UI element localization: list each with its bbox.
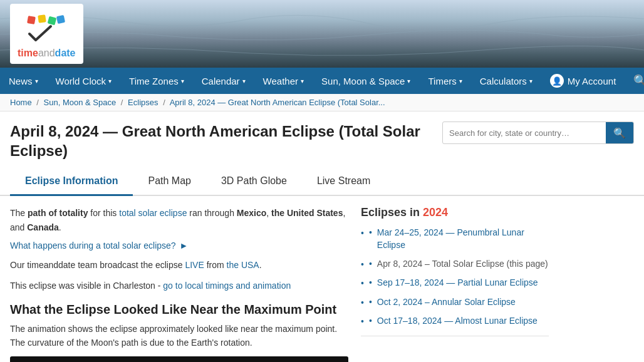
time-zones-chevron-icon: ▾ [181,78,184,85]
breadcrumb-sep-2: / [121,98,123,107]
calendar-chevron-icon: ▾ [242,78,246,85]
svg-rect-3 [56,14,65,23]
intro-paragraph: The path of totality for this total sola… [10,206,348,234]
breadcrumb-sun-moon[interactable]: Sun, Moon & Space [44,98,117,107]
calculators-chevron-icon: ▾ [529,78,532,85]
nav-item-time-zones[interactable]: Time Zones ▾ [120,70,193,93]
list-item: • Sep 17–18, 2024 — Partial Lunar Eclips… [361,277,549,290]
timers-chevron-icon: ▾ [459,78,462,85]
what-happens-label: What happens during a total solar eclips… [10,240,176,251]
svg-rect-0 [27,16,36,24]
broadcast-paragraph: Our timeanddate team broadcast the eclip… [10,258,348,272]
breadcrumb-sep-3: / [163,98,165,107]
search-icon: 🔍 [633,74,644,88]
city-search-input[interactable] [443,125,606,142]
eclipse-link-1[interactable]: Mar 24–25, 2024 — Penumbral Lunar Eclips… [377,227,549,251]
account-icon: 👤 [550,74,564,88]
usa-bold: the United States [271,208,343,218]
list-item: • Apr 8, 2024 – Total Solar Eclipse (thi… [361,258,549,271]
eclipse-animation [10,356,348,362]
tab-3d-path-globe[interactable]: 3D Path Globe [206,168,302,196]
news-chevron-icon: ▾ [35,78,38,85]
total-solar-eclipse-link[interactable]: total solar eclipse [119,208,187,218]
nav-search-button[interactable]: 🔍 [625,68,644,94]
section-title: What the Eclipse Looked Like Near the Ma… [10,303,348,317]
bullet-icon: • [369,227,372,239]
world-clock-chevron-icon: ▾ [108,78,112,85]
content-right: Eclipses in 2024 • Mar 24–25, 2024 — Pen… [361,206,549,362]
city-search-button[interactable]: 🔍 [606,122,633,143]
section-description: The animation shows the eclipse approxim… [10,322,348,350]
nav-item-calculators[interactable]: Calculators ▾ [471,70,541,93]
what-happens-link[interactable]: What happens during a total solar eclips… [10,240,348,251]
logo[interactable]: timeanddate [10,4,83,64]
nav-item-sun-moon-space[interactable]: Sun, Moon & Space ▾ [313,70,419,93]
main-content: The path of totality for this total sola… [0,196,644,362]
main-nav: News ▾ World Clock ▾ Time Zones ▾ Calend… [0,68,644,94]
page-title: April 8, 2024 — Great North American Ecl… [10,122,436,160]
canada-bold: Canada [27,222,59,232]
mexico-bold: Mexico [237,208,266,218]
logo-text: timeanddate [18,48,76,59]
city-search-bar: 🔍 [442,122,634,144]
bullet-icon: • [369,296,372,309]
list-item: • Mar 24–25, 2024 — Penumbral Lunar Ecli… [361,227,549,251]
list-item: • Oct 2, 2024 – Annular Solar Eclipse [361,296,549,309]
eclipse-divider [361,336,549,336]
nav-item-world-clock[interactable]: World Clock ▾ [47,70,121,93]
tab-live-stream[interactable]: Live Stream [302,168,385,196]
usa-link[interactable]: the USA [227,260,259,270]
nav-item-news[interactable]: News ▾ [0,70,47,93]
eclipse-link-4[interactable]: Oct 2, 2024 – Annular Solar Eclipse [377,296,516,309]
eclipse-list: • Mar 24–25, 2024 — Penumbral Lunar Ecli… [361,227,549,328]
bullet-icon: • [369,258,372,271]
live-link[interactable]: LIVE [185,260,204,270]
eclipse-link-5[interactable]: Oct 17–18, 2024 — Almost Lunar Eclipse [377,315,538,328]
tab-eclipse-info[interactable]: Eclipse Information [10,168,133,196]
breadcrumb-current[interactable]: April 8, 2024 — Great North American Ecl… [170,98,385,107]
svg-rect-2 [48,16,57,25]
breadcrumb-home[interactable]: Home [10,98,32,107]
eclipses-panel-title: Eclipses in 2024 [361,206,549,219]
eclipse-link-3[interactable]: Sep 17–18, 2024 — Partial Lunar Eclipse [377,277,538,289]
svg-rect-1 [38,14,46,23]
nav-item-calendar[interactable]: Calendar ▾ [193,70,254,93]
nav-item-timers[interactable]: Timers ▾ [419,70,470,93]
arrow-right-icon: ► [180,240,189,251]
breadcrumb: Home / Sun, Moon & Space / Eclipses / Ap… [0,94,644,111]
breadcrumb-sep-1: / [36,98,39,107]
search-submit-icon: 🔍 [613,128,626,138]
list-item: • Oct 17–18, 2024 — Almost Lunar Eclipse [361,315,549,328]
nav-account[interactable]: 👤 My Account [541,68,625,94]
content-tabs: Eclipse Information Path Map 3D Path Glo… [0,168,644,196]
bullet-icon: • [369,277,372,289]
header: timeanddate [0,0,644,68]
weather-chevron-icon: ▾ [301,78,304,85]
sun-moon-chevron-icon: ▾ [407,78,410,85]
breadcrumb-eclipses[interactable]: Eclipses [128,98,158,107]
charleston-paragraph: This eclipse was visible in Charleston -… [10,279,348,292]
eclipse-current: Apr 8, 2024 – Total Solar Eclipse (this … [377,258,548,271]
path-of-totality-bold: path of totality [28,208,88,218]
tab-path-map[interactable]: Path Map [133,168,205,196]
nav-item-weather[interactable]: Weather ▾ [254,70,313,93]
logo-icon [24,9,68,53]
page-header: April 8, 2024 — Great North American Ecl… [0,111,644,165]
bullet-icon: • [369,315,372,328]
local-timings-link[interactable]: go to local timings and animation [163,281,291,291]
content-left: The path of totality for this total sola… [10,206,348,362]
